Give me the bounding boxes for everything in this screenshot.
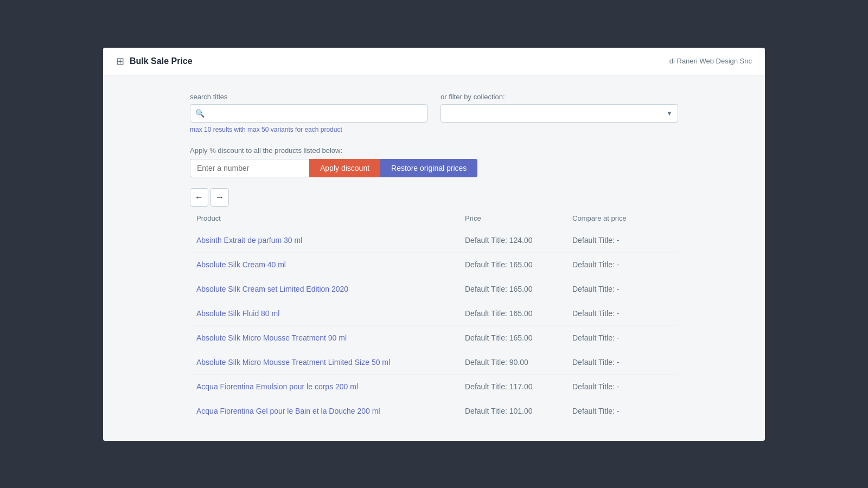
product-price: Default Title: 165.00 (458, 325, 566, 350)
filter-group: or filter by collection: ▼ (441, 93, 678, 123)
product-name[interactable]: Acqua Fiorentina Emulsion pour le corps … (190, 374, 458, 399)
table-row: Absinth Extrait de parfum 30 mlDefault T… (190, 228, 678, 252)
table-row: Absolute Silk Fluid 80 mlDefault Title: … (190, 301, 678, 325)
product-price: Default Title: 101.00 (458, 399, 566, 423)
search-input-wrapper: 🔍 (190, 104, 427, 123)
table-body: Absinth Extrait de parfum 30 mlDefault T… (190, 228, 678, 423)
header-brand: di Raneri Web Design Snc (669, 57, 752, 65)
product-name[interactable]: Absolute Silk Micro Mousse Treatment Lim… (190, 350, 458, 374)
search-label: search titles (190, 93, 427, 101)
product-name[interactable]: Acqua Fiorentina Gel pour le Bain et la … (190, 399, 458, 423)
search-hint: max 10 results with max 50 variants for … (190, 126, 427, 133)
product-price: Default Title: 165.00 (458, 252, 566, 277)
search-group: search titles 🔍 max 10 results with max … (190, 93, 427, 133)
discount-label: Apply % discount to all the products lis… (190, 146, 678, 155)
col-header-product: Product (190, 209, 458, 228)
product-compare-price: Default Title: - (566, 325, 678, 350)
filter-label: or filter by collection: (441, 93, 678, 101)
table-row: Absolute Silk Cream set Limited Edition … (190, 277, 678, 301)
col-header-compare: Compare at price (566, 209, 678, 228)
header-left: ⊞ Bulk Sale Price (116, 55, 193, 67)
next-page-button[interactable]: → (210, 188, 229, 207)
collection-select-wrapper: ▼ (441, 104, 678, 123)
product-compare-price: Default Title: - (566, 350, 678, 374)
table-row: Absolute Silk Micro Mousse Treatment 90 … (190, 325, 678, 350)
discount-controls: Apply discount Restore original prices (190, 159, 678, 177)
discount-input[interactable] (190, 159, 309, 177)
table-row: Absolute Silk Micro Mousse Treatment Lim… (190, 350, 678, 374)
product-price: Default Title: 90.00 (458, 350, 566, 374)
product-compare-price: Default Title: - (566, 374, 678, 399)
table-header: Product Price Compare at price (190, 209, 678, 228)
app-title: Bulk Sale Price (130, 56, 193, 66)
search-filter-row: search titles 🔍 max 10 results with max … (190, 93, 678, 133)
product-price: Default Title: 165.00 (458, 301, 566, 325)
product-compare-price: Default Title: - (566, 228, 678, 252)
product-compare-price: Default Title: - (566, 277, 678, 301)
product-price: Default Title: 124.00 (458, 228, 566, 252)
table-row: Acqua Fiorentina Gel pour le Bain et la … (190, 399, 678, 423)
table-row: Acqua Fiorentina Emulsion pour le corps … (190, 374, 678, 399)
discount-section: Apply % discount to all the products lis… (190, 146, 678, 177)
main-panel: ⊞ Bulk Sale Price di Raneri Web Design S… (103, 48, 765, 441)
product-name[interactable]: Absolute Silk Fluid 80 ml (190, 301, 458, 325)
product-compare-price: Default Title: - (566, 252, 678, 277)
content-area: search titles 🔍 max 10 results with max … (103, 75, 765, 441)
prev-page-button[interactable]: ← (190, 188, 208, 207)
product-price: Default Title: 117.00 (458, 374, 566, 399)
product-name[interactable]: Absolute Silk Cream 40 ml (190, 252, 458, 277)
col-header-price: Price (458, 209, 566, 228)
product-name[interactable]: Absolute Silk Micro Mousse Treatment 90 … (190, 325, 458, 350)
product-compare-price: Default Title: - (566, 301, 678, 325)
product-compare-price: Default Title: - (566, 399, 678, 423)
search-icon: 🔍 (195, 109, 205, 118)
apply-discount-button[interactable]: Apply discount (309, 159, 380, 177)
restore-prices-button[interactable]: Restore original prices (380, 159, 477, 177)
product-name[interactable]: Absinth Extrait de parfum 30 ml (190, 228, 458, 252)
pagination-controls: ← → (190, 188, 678, 207)
app-icon: ⊞ (116, 55, 124, 67)
search-input[interactable] (190, 104, 427, 123)
header: ⊞ Bulk Sale Price di Raneri Web Design S… (103, 48, 765, 75)
products-table: Product Price Compare at price Absinth E… (190, 209, 678, 423)
table-row: Absolute Silk Cream 40 mlDefault Title: … (190, 252, 678, 277)
collection-select[interactable] (441, 104, 678, 123)
product-price: Default Title: 165.00 (458, 277, 566, 301)
product-name[interactable]: Absolute Silk Cream set Limited Edition … (190, 277, 458, 301)
